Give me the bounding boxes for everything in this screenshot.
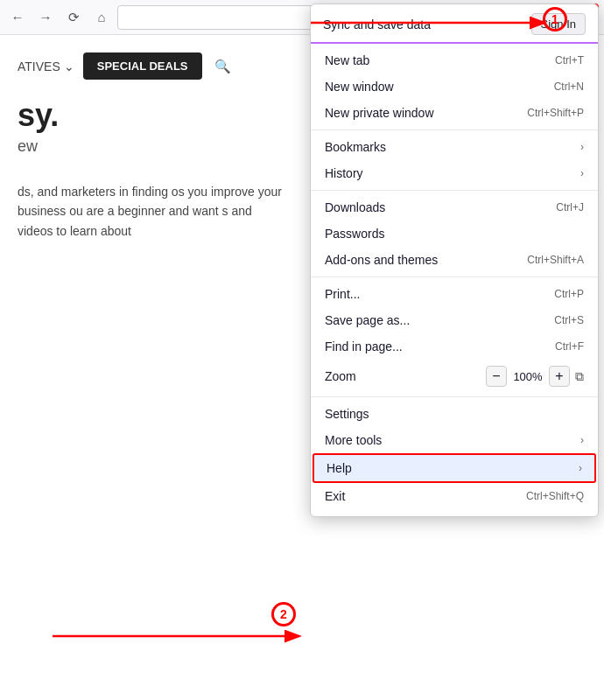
menu-shortcut: Ctrl+F [555, 340, 584, 353]
fullscreen-icon[interactable]: ⧉ [575, 369, 584, 384]
chevron-right-icon: › [580, 434, 584, 446]
page-content-area: ATIVES ⌄ SPECIAL DEALS 🔍 sy. ew ds, and … [0, 35, 306, 700]
menu-item-label: Bookmarks [325, 140, 386, 154]
forward-button[interactable]: → [33, 5, 58, 30]
menu-item-label: History [325, 166, 363, 180]
menu-shortcut: Ctrl+T [555, 54, 584, 66]
menu-item-exit[interactable]: Exit Ctrl+Shift+Q [313, 483, 596, 509]
menu-item-label: Settings [325, 407, 369, 421]
zoom-controls: − 100% + ⧉ [486, 366, 584, 387]
menu-shortcut: Ctrl+J [556, 201, 584, 214]
menu-item-label: Print... [325, 287, 360, 301]
menu-item-label: Help [327, 461, 352, 475]
menu-shortcut: Ctrl+Shift+P [527, 107, 584, 119]
chevron-right-icon: › [580, 141, 584, 153]
annotation-circle-1: 1 [543, 7, 567, 32]
menu-shortcut: Ctrl+Shift+Q [526, 490, 584, 502]
chevron-right-icon: › [580, 167, 584, 179]
menu-item-label: Add-ons and themes [325, 253, 438, 267]
menu-item-new-window[interactable]: New window Ctrl+N [313, 74, 596, 100]
zoom-out-button[interactable]: − [486, 366, 507, 387]
nav-bar: ATIVES ⌄ SPECIAL DEALS 🔍 [18, 52, 289, 80]
menu-item-settings[interactable]: Settings [313, 401, 596, 427]
nav-initiatives[interactable]: ATIVES ⌄ [18, 60, 74, 74]
refresh-button[interactable]: ⟳ [61, 5, 86, 30]
zoom-value: 100% [512, 370, 544, 383]
page-subheading: ew [18, 137, 289, 156]
menu-shortcut: Ctrl+S [554, 314, 584, 326]
home-button[interactable]: ⌂ [89, 5, 114, 30]
menu-misc-section: Settings More tools › Help › Exit Ctrl+S… [311, 397, 598, 513]
menu-item-passwords[interactable]: Passwords [313, 220, 596, 247]
menu-item-label: New tab [325, 53, 369, 67]
back-button[interactable]: ← [5, 5, 30, 30]
menu-bookmarks-section: Bookmarks › History › [311, 130, 598, 191]
menu-item-find[interactable]: Find in page... Ctrl+F [313, 333, 596, 360]
menu-item-addons[interactable]: Add-ons and themes Ctrl+Shift+A [313, 247, 596, 273]
menu-item-label: Exit [325, 489, 345, 503]
menu-page-section: Print... Ctrl+P Save page as... Ctrl+S F… [311, 277, 598, 397]
browser-menu: Sync and save data Sign In New tab Ctrl+… [310, 4, 599, 517]
page-heading: sy. [18, 97, 289, 134]
menu-tools-section: Downloads Ctrl+J Passwords Add-ons and t… [311, 191, 598, 277]
menu-item-label: Save page as... [325, 313, 410, 327]
menu-item-more-tools[interactable]: More tools › [313, 427, 596, 453]
special-deals-button[interactable]: SPECIAL DEALS [83, 52, 202, 80]
menu-item-label: More tools [325, 433, 382, 447]
menu-item-help[interactable]: Help › [313, 453, 596, 483]
menu-item-print[interactable]: Print... Ctrl+P [313, 281, 596, 307]
zoom-in-button[interactable]: + [549, 366, 570, 387]
menu-item-new-private-window[interactable]: New private window Ctrl+Shift+P [313, 100, 596, 126]
menu-item-downloads[interactable]: Downloads Ctrl+J [313, 194, 596, 220]
sync-text: Sync and save data [323, 18, 431, 32]
menu-item-label: Passwords [325, 227, 384, 241]
menu-shortcut: Ctrl+N [554, 80, 584, 93]
menu-item-label: New private window [325, 106, 434, 120]
annotation-circle-2: 2 [271, 602, 296, 626]
menu-item-label: Find in page... [325, 340, 403, 354]
menu-item-zoom: Zoom − 100% + ⧉ [313, 360, 596, 393]
search-icon[interactable]: 🔍 [211, 54, 235, 79]
menu-item-history[interactable]: History › [313, 160, 596, 186]
menu-item-new-tab[interactable]: New tab Ctrl+T [313, 47, 596, 74]
zoom-label: Zoom [325, 369, 356, 383]
menu-new-section: New tab Ctrl+T New window Ctrl+N New pri… [311, 44, 598, 130]
menu-shortcut: Ctrl+P [554, 288, 584, 300]
page-body-text: ds, and marketers in finding os you impr… [18, 182, 289, 241]
menu-item-label: Downloads [325, 200, 385, 214]
chevron-down-icon: ⌄ [64, 60, 74, 74]
menu-item-save-page[interactable]: Save page as... Ctrl+S [313, 307, 596, 333]
menu-item-label: New window [325, 80, 394, 94]
menu-shortcut: Ctrl+Shift+A [527, 254, 584, 266]
chevron-right-icon: › [579, 462, 582, 474]
menu-item-bookmarks[interactable]: Bookmarks › [313, 134, 596, 160]
